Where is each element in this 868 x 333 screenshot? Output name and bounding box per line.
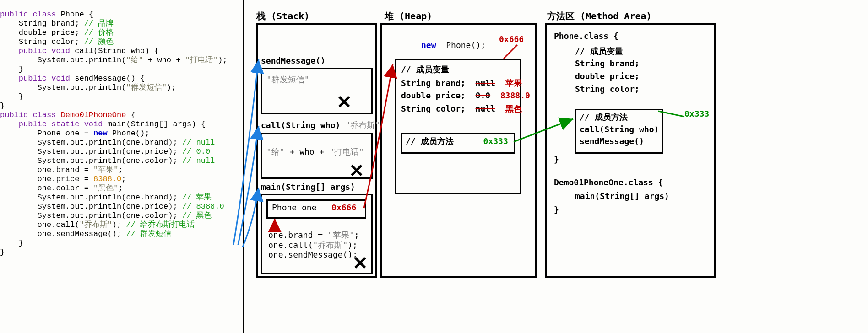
method-area-title: 方法区 (Method Area)	[547, 10, 652, 22]
main-line1: one.brand = "苹果";	[268, 230, 359, 241]
frame-call-label: call(String who) "乔布斯"	[261, 120, 380, 131]
ma-f1: String brand;	[575, 59, 640, 68]
main-line3: one.sendMessage();	[268, 250, 358, 259]
main-var-text: Phone one 0x666	[272, 203, 356, 212]
x-icon: ✕	[349, 160, 364, 181]
ma-f2: double price;	[575, 71, 640, 81]
source-code: public class Phone { String brand; // 品牌…	[0, 1, 243, 257]
ma-m2: sendMessage()	[580, 136, 644, 146]
demo-main: main(String[] args)	[575, 191, 669, 201]
ma-f3: String color;	[575, 84, 640, 94]
x-icon: ✕	[336, 91, 352, 113]
frame-call-text: "给" + who + "打电话"	[266, 146, 364, 157]
frame-sendmessage-text: "群发短信"	[266, 74, 309, 85]
x-icon: ✕	[353, 252, 368, 274]
main-line2: one.call("乔布斯");	[268, 240, 358, 251]
ma-mv-label: // 成员变量	[575, 46, 623, 57]
phone-class-end: }	[554, 155, 559, 164]
phone-class-header: Phone.class {	[554, 31, 618, 41]
heap-new-phone: new Phone();	[421, 40, 486, 50]
demo-class-end: }	[554, 205, 559, 215]
frame-main-label: main(String[] args)	[261, 182, 355, 192]
heap-addr: 0x666	[499, 34, 524, 44]
ma-m1: call(String who)	[580, 124, 659, 134]
ma-mm-label: // 成员方法	[580, 112, 628, 123]
divider	[243, 0, 244, 333]
demo-class-header: Demo01PhoneOne.class {	[554, 177, 663, 187]
heap-title: 堆 (Heap)	[385, 10, 432, 22]
ma-addr: 0x333	[684, 109, 709, 118]
heap-field-price: double price; 0.0 8388.0	[401, 91, 530, 100]
heap-mm-label: // 成员方法 0x333	[406, 136, 508, 147]
heap-field-color: String color; null 黑色	[401, 103, 522, 114]
heap-mv-label: // 成员变量	[401, 64, 449, 75]
stack-title: 栈 (Stack)	[256, 10, 309, 22]
frame-sendmessage-label: sendMessage()	[261, 56, 326, 65]
heap-field-brand: String brand; null 苹果	[401, 78, 522, 89]
